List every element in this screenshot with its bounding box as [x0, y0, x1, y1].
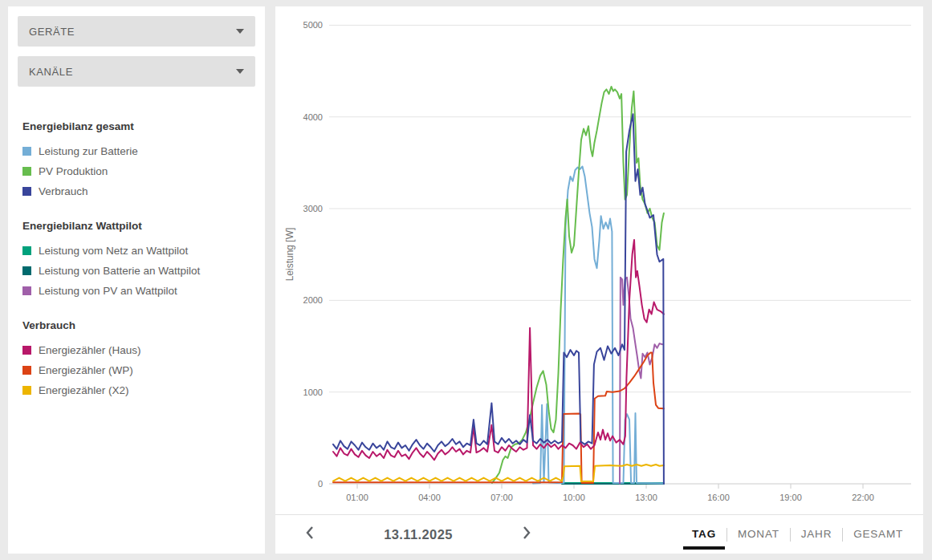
- legend-item-label: Leistung vom Netz an Wattpilot: [39, 245, 188, 257]
- previous-day-button[interactable]: [298, 522, 322, 546]
- legend-item-label: PV Produktion: [39, 165, 108, 177]
- legend-item-pv-an-wattpilot[interactable]: Leistung von PV an Wattpilot: [22, 281, 257, 301]
- legend-item-energiezaehler-x2[interactable]: Energiezähler (X2): [22, 380, 257, 400]
- x-tick-label: 16:00: [707, 493, 730, 502]
- legend-item-label: Leistung von PV an Wattpilot: [39, 285, 177, 297]
- leistung-zur-batterie-swatch-icon: [22, 147, 31, 156]
- date-label: 13.11.2025: [384, 527, 453, 542]
- dropdown-kanaele-label: KANÄLE: [29, 66, 73, 78]
- tab-gesamt[interactable]: GESAMT: [846, 515, 910, 554]
- legend-group: Energiebilanz gesamtLeistung zur Batteri…: [22, 120, 257, 201]
- x-tick-label: 07:00: [490, 493, 513, 502]
- dropdown-geraete-label: GERÄTE: [29, 26, 75, 38]
- time-range-tabs: TAGMONATJAHRGESAMT: [685, 515, 910, 554]
- y-tick-label: 0: [318, 479, 323, 489]
- legend-item-verbrauch[interactable]: Verbrauch: [22, 181, 257, 201]
- sidebar-dropdowns: GERÄTEKANÄLE: [8, 16, 265, 87]
- y-axis-title: Leistung [W]: [284, 228, 295, 282]
- x-tick-label: 19:00: [779, 493, 802, 502]
- legend-group: VerbrauchEnergiezähler (Haus)Energiezähl…: [22, 319, 257, 400]
- legend-item-label: Verbrauch: [39, 185, 88, 197]
- legend-item-leistung-zur-batterie[interactable]: Leistung zur Batterie: [22, 141, 257, 161]
- footer-bar: 13.11.2025 TAGMONATJAHRGESAMT: [275, 514, 923, 554]
- chevron-right-icon: [521, 525, 532, 544]
- x-tick-label: 13:00: [635, 493, 657, 502]
- pv-an-wattpilot-swatch-icon: [22, 286, 31, 295]
- dropdown-geraete[interactable]: GERÄTE: [18, 16, 255, 47]
- series-pv-produktion: [492, 87, 664, 483]
- y-tick-label: 1000: [303, 388, 323, 397]
- x-tick-label: 22:00: [852, 493, 874, 502]
- chart-legend: Energiebilanz gesamtLeistung zur Batteri…: [8, 91, 265, 400]
- chart-panel: 01000200030004000500001:0004:0007:0010:0…: [275, 6, 923, 554]
- tab-divider: [726, 528, 727, 542]
- legend-group-title: Energiebilanz Wattpilot: [22, 220, 257, 232]
- sidebar: GERÄTEKANÄLE Energiebilanz gesamtLeistun…: [8, 6, 265, 554]
- x-tick-label: 10:00: [563, 493, 585, 502]
- pv-produktion-swatch-icon: [22, 167, 31, 176]
- tab-tag[interactable]: TAG: [685, 515, 723, 554]
- legend-item-label: Leistung zur Batterie: [39, 145, 138, 157]
- tab-divider: [842, 528, 843, 542]
- next-day-button[interactable]: [515, 522, 539, 546]
- tab-monat[interactable]: MONAT: [731, 515, 787, 554]
- legend-item-label: Energiezähler (X2): [39, 384, 129, 396]
- legend-item-label: Energiezähler (Haus): [39, 344, 141, 356]
- legend-item-label: Leistung von Batterie an Wattpilot: [39, 265, 200, 277]
- legend-group-title: Verbrauch: [22, 319, 257, 331]
- energiezaehler-x2-swatch-icon: [22, 386, 31, 395]
- energy-line-chart[interactable]: 01000200030004000500001:0004:0007:0010:0…: [275, 6, 923, 514]
- tab-divider: [790, 528, 791, 542]
- legend-item-batterie-an-wattpilot[interactable]: Leistung von Batterie an Wattpilot: [22, 261, 257, 281]
- energiezaehler-wp-swatch-icon: [22, 366, 31, 375]
- caret-down-icon: [236, 29, 244, 34]
- caret-down-icon: [236, 69, 244, 74]
- legend-item-netz-an-wattpilot[interactable]: Leistung vom Netz an Wattpilot: [22, 241, 257, 261]
- y-tick-label: 3000: [303, 204, 323, 213]
- netz-an-wattpilot-swatch-icon: [22, 246, 31, 255]
- legend-item-label: Energiezähler (WP): [39, 364, 133, 376]
- batterie-an-wattpilot-swatch-icon: [22, 266, 31, 275]
- tab-jahr[interactable]: JAHR: [794, 515, 839, 554]
- dropdown-kanaele[interactable]: KANÄLE: [18, 56, 255, 87]
- verbrauch-swatch-icon: [22, 187, 31, 196]
- legend-group: Energiebilanz WattpilotLeistung vom Netz…: [22, 220, 257, 301]
- legend-group-title: Energiebilanz gesamt: [22, 120, 257, 132]
- legend-item-pv-produktion[interactable]: PV Produktion: [22, 161, 257, 181]
- x-tick-label: 01:00: [346, 493, 368, 502]
- energiezaehler-haus-swatch-icon: [22, 346, 31, 355]
- date-navigation: 13.11.2025: [298, 522, 539, 546]
- series-verbrauch: [333, 114, 664, 484]
- series-energiezaehler-wp: [333, 353, 664, 484]
- legend-item-energiezaehler-haus[interactable]: Energiezähler (Haus): [22, 340, 257, 360]
- chart-area[interactable]: 01000200030004000500001:0004:0007:0010:0…: [275, 6, 923, 514]
- legend-item-energiezaehler-wp[interactable]: Energiezähler (WP): [22, 360, 257, 380]
- y-tick-label: 2000: [303, 295, 323, 305]
- y-tick-label: 5000: [303, 20, 323, 30]
- x-tick-label: 04:00: [418, 493, 441, 502]
- chevron-left-icon: [304, 525, 315, 544]
- y-tick-label: 4000: [303, 112, 323, 122]
